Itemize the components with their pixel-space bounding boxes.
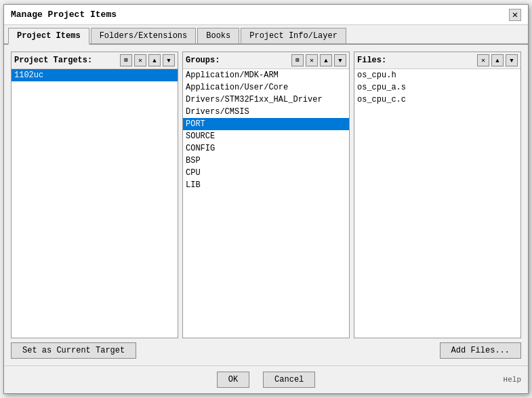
groups-label: Groups: [186, 56, 289, 65]
targets-down-button[interactable] [163, 54, 175, 66]
down-icon [338, 57, 342, 64]
tab-project-items[interactable]: Project Items [8, 28, 89, 45]
up-icon [324, 57, 327, 64]
dialog-footer: OK Cancel Help [4, 365, 528, 393]
dialog-content: Project Targets: ⊞ 1102uc [4, 45, 528, 365]
delete-icon [310, 56, 314, 64]
delete-icon [481, 56, 485, 64]
groups-new-button[interactable]: ⊞ [291, 54, 304, 66]
files-down-button[interactable] [506, 54, 518, 66]
panel-bottom-bar: Set as Current Target Add Files... [11, 338, 521, 359]
tab-folders-extensions[interactable]: Folders/Extensions [91, 28, 197, 43]
list-item[interactable]: BSP [183, 155, 349, 167]
list-item[interactable]: os_cpu_a.s [354, 81, 520, 94]
files-list[interactable]: os_cpu.h os_cpu_a.s os_cpu_c.c [354, 69, 520, 338]
list-item[interactable]: 1102uc [12, 69, 178, 81]
footer-buttons: OK Cancel [217, 372, 316, 388]
files-delete-button[interactable] [477, 54, 489, 66]
list-item[interactable]: SOURCE [183, 130, 349, 142]
help-button[interactable]: Help [504, 376, 521, 384]
tab-books[interactable]: Books [197, 28, 239, 43]
list-item[interactable]: os_cpu_c.c [354, 94, 520, 106]
ok-button[interactable]: OK [217, 372, 249, 388]
list-item[interactable]: os_cpu.h [354, 69, 520, 81]
groups-panel: Groups: ⊞ Application/MDK-ARM [182, 52, 350, 338]
close-button[interactable]: ✕ [509, 9, 521, 21]
delete-icon [138, 56, 142, 64]
project-targets-panel: Project Targets: ⊞ 1102uc [11, 52, 178, 338]
groups-delete-button[interactable] [306, 54, 318, 66]
down-icon [510, 57, 513, 64]
down-icon [167, 57, 170, 64]
list-item[interactable]: Drivers/CMSIS [183, 106, 349, 118]
list-item[interactable]: Application/User/Core [183, 81, 349, 94]
title-bar: Manage Project Items ✕ [4, 5, 528, 25]
targets-header: Project Targets: ⊞ [12, 52, 178, 69]
groups-down-button[interactable] [334, 54, 346, 66]
set-current-target-button[interactable]: Set as Current Target [11, 342, 136, 359]
add-files-button[interactable]: Add Files... [440, 342, 521, 359]
panels-container: Project Targets: ⊞ 1102uc [11, 52, 521, 338]
targets-list[interactable]: 1102uc [12, 69, 178, 338]
targets-new-button[interactable]: ⊞ [120, 54, 132, 66]
manage-project-dialog: Manage Project Items ✕ Project Items Fol… [3, 4, 529, 394]
new-icon: ⊞ [124, 58, 127, 64]
list-item[interactable]: Drivers/STM32F1xx_HAL_Driver [183, 94, 349, 106]
tab-bar: Project Items Folders/Extensions Books P… [4, 25, 528, 45]
list-item[interactable]: Application/MDK-ARM [183, 69, 349, 81]
new-icon: ⊞ [295, 58, 299, 64]
dialog-title: Manage Project Items [11, 9, 117, 20]
up-icon [152, 57, 156, 64]
files-label: Files: [357, 56, 475, 65]
list-item[interactable]: LIB [183, 179, 349, 191]
groups-list[interactable]: Application/MDK-ARM Application/User/Cor… [183, 69, 349, 338]
files-header: Files: [354, 52, 520, 69]
list-item[interactable]: PORT [183, 118, 349, 130]
tab-project-info-layer[interactable]: Project Info/Layer [241, 28, 346, 43]
targets-delete-button[interactable] [134, 54, 146, 66]
list-item[interactable]: CONFIG [183, 142, 349, 155]
targets-up-button[interactable] [148, 54, 161, 66]
up-icon [495, 57, 499, 64]
cancel-button[interactable]: Cancel [263, 372, 315, 388]
groups-header: Groups: ⊞ [183, 52, 349, 69]
targets-label: Project Targets: [14, 56, 118, 65]
files-up-button[interactable] [491, 54, 504, 66]
list-item[interactable]: CPU [183, 167, 349, 179]
groups-up-button[interactable] [320, 54, 332, 66]
files-panel: Files: os_cpu.h os_cpu_a.s os_cpu_c.c [354, 52, 521, 338]
